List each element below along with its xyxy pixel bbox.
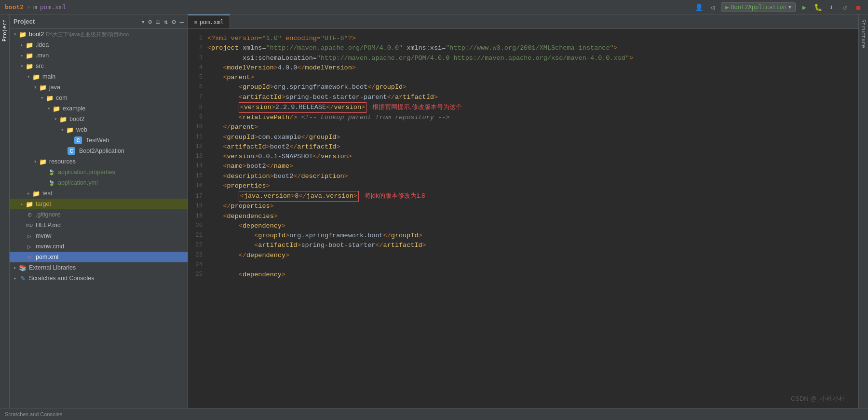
- project-tab[interactable]: Project: [0, 14, 9, 46]
- tree-item-mvnw-cmd[interactable]: ▷ mvnw.cmd: [10, 241, 188, 252]
- tree-label-resources: resources: [49, 158, 76, 165]
- tree-item-idea[interactable]: ▸ 📁 .idea: [10, 40, 188, 50]
- code-content-10: </parent>: [207, 122, 854, 132]
- close-panel-icon[interactable]: —: [180, 18, 184, 26]
- code-line-3: 3 xsi:schemaLocation="http://maven.apach…: [188, 54, 858, 63]
- folder-icon-boot2-sub: 📁: [59, 115, 68, 123]
- code-content-14: <name>boot2</name>: [207, 162, 854, 171]
- tree-item-example[interactable]: ▾ 📁 example: [10, 103, 188, 114]
- tree-item-mvn[interactable]: ▸ 📁 .mvn: [10, 50, 188, 61]
- collapse-all-icon[interactable]: ≡: [156, 18, 160, 26]
- code-content-24: [207, 260, 854, 270]
- tree-arrow-src: ▾: [18, 64, 25, 68]
- run-config-arrow: ▼: [788, 4, 791, 10]
- right-side-tabs: Structure: [858, 14, 868, 408]
- tree-item-com[interactable]: ▾ 📁 com: [10, 93, 188, 103]
- line-num-7: 7: [188, 93, 207, 102]
- tree-item-src[interactable]: ▾ 📁 src: [10, 61, 188, 71]
- tree-item-pom-xml[interactable]: m pom.xml: [10, 252, 188, 262]
- project-panel: Project ▾ ⊕ ≡ ⇅ ⚙ — ▾ 📁 boot2 D:\大三下\jav…: [10, 14, 188, 408]
- class-icon-boot2app: C: [68, 147, 75, 155]
- title-bar: boot2 › m pom.xml 👤 ◁ ▶ Boot2Application…: [0, 0, 868, 14]
- line-num-1: 1: [188, 34, 207, 43]
- tree-item-help-md[interactable]: MD HELP.md: [10, 220, 188, 230]
- folder-icon-boot2: 📁: [18, 30, 27, 39]
- code-line-23: 23 </dependency>: [188, 251, 858, 260]
- add-icon[interactable]: ⊕: [148, 18, 152, 26]
- tree-item-web[interactable]: ▾ 📁 web: [10, 124, 188, 135]
- tree-item-boot2-sub[interactable]: ▾ 📁 boot2: [10, 114, 188, 124]
- settings-icon[interactable]: ⚙: [172, 18, 176, 26]
- code-content-20: <dependency>: [207, 221, 854, 231]
- class-icon-testweb: C: [74, 136, 82, 144]
- line-num-22: 22: [188, 241, 207, 250]
- tree-item-boot2[interactable]: ▾ 📁 boot2 D:\大三下\java企业级开发\项目\boo: [10, 29, 188, 40]
- tree-item-gitignore[interactable]: ⊙ .gitignore: [10, 209, 188, 220]
- run-icon[interactable]: ▶: [800, 2, 809, 12]
- watermark: CSDN @_小杜小杜_: [791, 394, 849, 404]
- tree-arrow-java: ▾: [32, 85, 39, 90]
- line-num-9: 9: [188, 113, 207, 122]
- line-num-21: 21: [188, 231, 207, 241]
- structure-tab[interactable]: Structure: [859, 14, 868, 53]
- tree-item-java[interactable]: ▾ 📁 java: [10, 82, 188, 93]
- tree-arrow-web: ▾: [59, 127, 66, 132]
- tree-label-boot2-sub: boot2: [69, 116, 84, 122]
- tree-arrow-target: ▸: [18, 202, 25, 206]
- code-line-11: 11 <groupId>com.example</groupId>: [188, 133, 858, 142]
- stop-icon[interactable]: ■: [854, 2, 863, 12]
- tree-item-ext-libs[interactable]: ▸ 📚 External Libraries: [10, 262, 188, 273]
- tree-item-target[interactable]: ▸ 📁 target: [10, 199, 188, 209]
- line-num-13: 13: [188, 152, 207, 162]
- code-content-19: <dependencies>: [207, 212, 854, 221]
- tree-item-boot2app[interactable]: C Boot2Application: [10, 146, 188, 156]
- project-panel-header: Project ▾ ⊕ ≡ ⇅ ⚙ —: [10, 14, 188, 29]
- run-config-label: Boot2Application: [731, 4, 787, 11]
- tree-item-testweb[interactable]: C TestWeb: [10, 135, 188, 146]
- left-side-tabs: Project: [0, 14, 10, 408]
- tree-label-scratches: Scratches and Consoles: [29, 275, 95, 282]
- expand-icon[interactable]: ⇅: [164, 18, 168, 26]
- scratches-bottom[interactable]: Scratches and Consoles: [5, 411, 62, 417]
- tree-label-java: java: [49, 84, 60, 91]
- code-line-5: 5 <parent>: [188, 73, 858, 82]
- code-line-9: 9 <relativePath/> <!-- Lookup parent fro…: [188, 113, 858, 122]
- icon-app-props: 🍃: [47, 168, 56, 176]
- tree-arrow-main: ▾: [25, 74, 32, 79]
- code-line-12: 12 <artifactId>boot2</artifactId>: [188, 142, 858, 152]
- back-icon[interactable]: ◁: [707, 2, 717, 12]
- tree-label-boot2: boot2: [29, 31, 44, 38]
- code-line-8: 8 <version>2.2.9.RELEASE</version>根据官网提示…: [188, 102, 858, 113]
- tree-item-test[interactable]: ▸ 📁 test: [10, 188, 188, 199]
- code-line-6: 6 <groupId>org.springframework.boot</gro…: [188, 82, 858, 92]
- project-header-icons: ⊕ ≡ ⇅ ⚙ —: [148, 18, 184, 26]
- run-config-selector[interactable]: ▶ Boot2Application ▼: [721, 2, 796, 12]
- annotation-1: 根据官网提示,修改版本号为这个: [372, 103, 462, 110]
- folder-icon-resources: 📁: [39, 157, 47, 166]
- update-icon[interactable]: ↺: [840, 2, 850, 12]
- code-editor[interactable]: 1 <?xml version="1.0" encoding="UTF-8"?>…: [188, 29, 858, 408]
- tree-label-app-yml: application.yml: [58, 179, 98, 186]
- tree-item-main[interactable]: ▾ 📁 main: [10, 71, 188, 82]
- tree-label-test: test: [42, 190, 52, 197]
- icon-mvnw-cmd: ▷: [25, 242, 34, 251]
- folder-icon-mvn: 📁: [25, 51, 34, 60]
- tree-item-app-props[interactable]: 🍃 application.properties: [10, 167, 188, 177]
- profile-icon[interactable]: ⬇: [827, 2, 836, 12]
- tree-item-mvnw[interactable]: ▷ mvnw: [10, 230, 188, 241]
- breadcrumb: boot2 › m pom.xml: [5, 3, 694, 11]
- tab-pom-xml[interactable]: m pom.xml: [188, 14, 230, 28]
- debug-icon[interactable]: 🐛: [813, 2, 823, 12]
- tree-arrow-mvn: ▸: [18, 53, 25, 58]
- annotation-2: 将jdk的版本修改为1.8: [365, 192, 425, 199]
- main-layout: Project Project ▾ ⊕ ≡ ⇅ ⚙ — ▾ 📁 boot2 D:…: [0, 14, 868, 408]
- code-line-16: 16 <properties>: [188, 181, 858, 191]
- tree-item-scratches[interactable]: ▸ ✎ Scratches and Consoles: [10, 273, 188, 284]
- tree-item-app-yml[interactable]: 🍃 application.yml: [10, 177, 188, 188]
- code-line-14: 14 <name>boot2</name>: [188, 162, 858, 171]
- tree-arrow-ext-libs: ▸: [12, 265, 18, 270]
- icon-pom-xml: m: [25, 253, 34, 261]
- tree-item-resources[interactable]: ▾ 📁 resources: [10, 156, 188, 167]
- user-icon[interactable]: 👤: [694, 2, 704, 12]
- code-line-17: 17 <java.version>8</java.version>将jdk的版本…: [188, 191, 858, 202]
